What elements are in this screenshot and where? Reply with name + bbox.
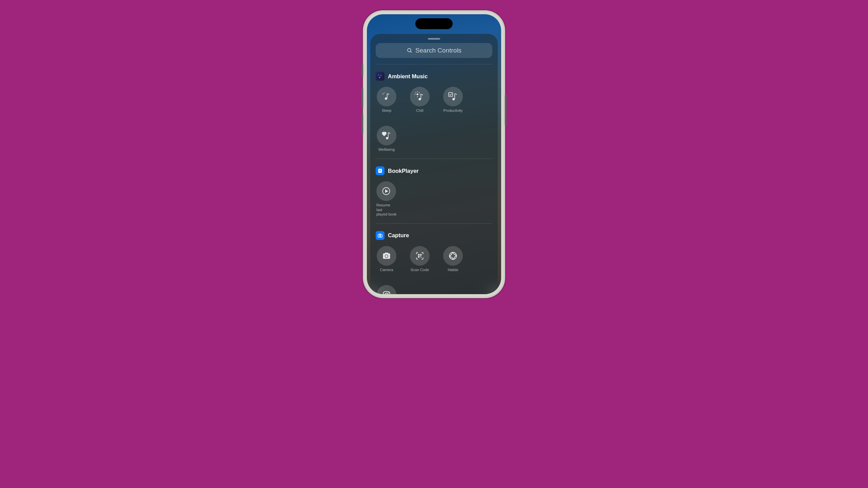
section-capture: Capture Camera [376, 223, 492, 294]
svg-rect-16 [449, 93, 453, 97]
tile-label: Sleep [382, 108, 391, 113]
svg-point-17 [452, 98, 455, 100]
control-camera[interactable]: Camera [376, 246, 397, 272]
control-chill[interactable]: Chill [410, 87, 430, 113]
svg-line-13 [415, 92, 416, 93]
side-button [361, 64, 363, 76]
tile-label: Productivity [443, 108, 463, 113]
control-scan-code[interactable]: Scan Code [410, 246, 430, 272]
halide-icon [443, 246, 463, 266]
dynamic-island [415, 18, 453, 29]
control-productivity[interactable]: Productivity [443, 87, 463, 113]
ambient-music-app-icon [376, 72, 384, 81]
svg-rect-26 [420, 254, 422, 256]
instagram-icon [377, 285, 396, 294]
control-wellbeing[interactable]: Wellbeing [376, 126, 397, 152]
phone-screen: Search Controls Ambient Music z z [367, 14, 501, 294]
tile-label: Chill [416, 108, 423, 113]
power-button [505, 95, 507, 125]
svg-point-4 [379, 77, 380, 78]
section-bookplayer: BookPlayer Resume last played book [376, 159, 492, 223]
control-halide[interactable]: Halide [443, 246, 463, 272]
wellbeing-music-icon [377, 126, 396, 145]
control-resume-book[interactable]: Resume last played book [376, 181, 397, 217]
productivity-music-icon [443, 87, 463, 106]
controls-gallery-sheet: Search Controls Ambient Music z z [370, 34, 498, 294]
tile-row: Resume last played book [376, 181, 492, 217]
control-instagram[interactable]: Instagram [376, 285, 397, 294]
search-icon [407, 47, 413, 54]
svg-line-1 [411, 52, 412, 53]
tile-row: Camera S [376, 246, 492, 294]
tile-label: Resume last played book [376, 203, 397, 217]
svg-line-14 [419, 92, 419, 93]
svg-point-33 [388, 292, 389, 293]
search-input[interactable]: Search Controls [376, 43, 492, 58]
svg-point-3 [380, 75, 381, 76]
control-sleep[interactable]: z z Sleep [376, 87, 397, 113]
svg-rect-25 [418, 254, 420, 256]
svg-rect-29 [421, 257, 421, 258]
svg-rect-27 [418, 256, 420, 258]
svg-point-8 [417, 94, 418, 95]
tile-label: Halide [448, 268, 458, 272]
svg-text:z: z [382, 93, 384, 95]
svg-point-2 [378, 75, 379, 76]
tile-label: Camera [380, 268, 393, 272]
tile-label: Scan Code [411, 268, 429, 272]
phone-frame: Search Controls Ambient Music z z [363, 10, 505, 298]
tile-row: z z Sleep [376, 87, 492, 152]
chill-music-icon [410, 87, 430, 106]
section-title: Capture [388, 232, 409, 239]
bookplayer-app-icon [376, 166, 384, 175]
svg-point-32 [385, 293, 388, 294]
volume-down-button [361, 114, 363, 134]
svg-point-22 [379, 235, 381, 237]
sleep-music-icon: z z [377, 87, 396, 106]
volume-up-button [361, 88, 363, 108]
svg-point-15 [419, 98, 421, 100]
tile-label: Wellbeing [378, 147, 395, 152]
camera-icon [377, 246, 396, 266]
section-header: Ambient Music [376, 72, 492, 81]
section-header: Capture [376, 231, 492, 240]
search-placeholder: Search Controls [415, 47, 461, 54]
sheet-grabber[interactable] [428, 38, 440, 40]
section-title: BookPlayer [388, 168, 419, 174]
section-header: BookPlayer [376, 166, 492, 175]
section-ambient-music: Ambient Music z z Sleep [376, 64, 492, 159]
svg-rect-28 [420, 256, 421, 257]
svg-point-7 [385, 98, 387, 100]
qr-scan-icon [410, 246, 430, 266]
svg-text:z: z [384, 92, 385, 94]
play-icon [376, 181, 396, 201]
svg-point-0 [408, 48, 411, 52]
capture-app-icon [376, 231, 384, 240]
section-title: Ambient Music [388, 73, 428, 80]
svg-point-18 [386, 137, 388, 139]
